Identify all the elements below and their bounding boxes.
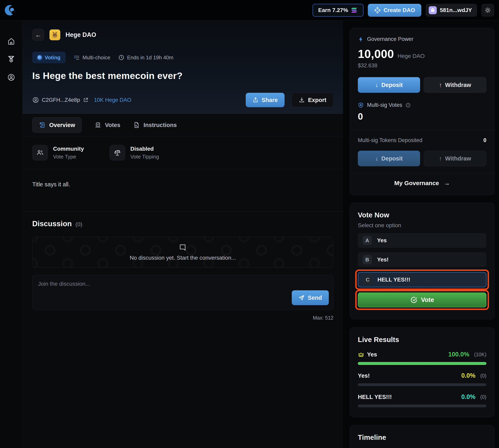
tab-votes[interactable]: Votes [94, 122, 120, 128]
tab-overview[interactable]: Overview [32, 117, 82, 133]
earn-button[interactable]: Earn 7.27% [312, 4, 363, 17]
external-link-icon[interactable] [83, 97, 89, 103]
right-sidebar: Governance Power 10,000 Hege DAO $32.638… [350, 20, 495, 448]
proposal-body: Title says it all. [23, 169, 343, 212]
option-key-chip: C [363, 275, 372, 284]
annotation-highlight-option: C HELL YES!!! [355, 270, 489, 290]
live-results-panel: Live Results Yes 100.0% (10K) Yes! 0.0% … [350, 327, 495, 417]
vote-option-c-selected[interactable]: C HELL YES!!! [358, 272, 486, 287]
diamonds-icon [374, 7, 381, 14]
wallet-button[interactable]: 581n...wdJY [426, 4, 477, 17]
option-key-chip: A [363, 236, 372, 245]
vote-option-a[interactable]: A Yes [358, 233, 486, 248]
arrow-left-icon: ← [35, 31, 41, 39]
dao-name[interactable]: Hege DAO [65, 31, 96, 38]
vote-now-panel: Vote Now Select one option A Yes B Yes! … [350, 203, 495, 319]
comment-icon [179, 243, 187, 252]
share-icon [252, 97, 259, 103]
medal-icon [7, 55, 15, 63]
crown-icon [358, 351, 364, 358]
scroll-icon [39, 122, 46, 128]
vote-button[interactable]: Vote [358, 292, 486, 307]
rewards-nav-button[interactable] [5, 53, 18, 66]
vote-tipping-meta: Disabled Vote Tipping [109, 145, 159, 160]
left-navigation-rail [0, 20, 23, 448]
create-dao-button[interactable]: Create DAO [368, 4, 421, 17]
theme-toggle-button[interactable] [481, 4, 494, 17]
multisig-tokens-value: 0 [483, 137, 486, 144]
discussion-count: (0) [76, 221, 82, 227]
arrow-up-icon: ↑ [439, 155, 442, 162]
earn-label: Earn 7.27% [318, 7, 348, 14]
tab-bar: Overview Votes Instructions [23, 114, 343, 136]
annotation-highlight-vote: Vote [355, 290, 489, 310]
result-bar [358, 362, 486, 365]
result-bar [358, 383, 486, 386]
export-button[interactable]: Export [292, 93, 333, 107]
home-nav-button[interactable] [5, 35, 18, 48]
deposit-button[interactable]: ↓ Deposit [358, 77, 420, 93]
governance-amount: 10,000 [358, 47, 394, 61]
tab-instructions[interactable]: Instructions [133, 122, 177, 128]
phantom-wallet-icon [429, 6, 437, 14]
scales-icon [113, 149, 121, 157]
discussion-input-box: Send [32, 275, 333, 310]
home-icon [7, 37, 15, 45]
vote-now-subheading: Select one option [358, 222, 486, 229]
vote-type-meta: Community Vote Type [32, 145, 84, 160]
clock-icon [118, 54, 124, 61]
max-chars-label: Max: 512 [32, 315, 333, 321]
result-row: Yes! 0.0% (0) [358, 372, 486, 386]
discussion-heading: Discussion [32, 220, 72, 228]
create-dao-label: Create DAO [384, 7, 415, 14]
my-governance-link[interactable]: My Governance → [350, 173, 494, 187]
solana-icon [351, 7, 358, 13]
ends-in: Ends in 1d 19h 40m [118, 54, 173, 61]
author-avatar-icon [32, 96, 39, 103]
multisig-withdraw-button[interactable]: ↑ Withdraw [424, 151, 486, 166]
multisig-votes-value: 0 [358, 111, 486, 122]
arrow-down-icon: ↓ [375, 82, 378, 88]
dao-avatar[interactable] [49, 30, 60, 40]
info-icon[interactable] [405, 103, 411, 108]
realms-logo-icon[interactable] [4, 5, 16, 16]
arrow-up-icon: ↑ [439, 82, 442, 88]
top-bar: Earn 7.27% Create DAO 581n...wdJY [0, 0, 499, 20]
timeline-panel: Timeline Created Oct 17, 2025, 4:02pm Vo… [350, 425, 495, 448]
profile-nav-button[interactable] [5, 71, 18, 84]
author-address[interactable]: C2GFH...Z4e8p [42, 97, 80, 103]
main-content: ← Hege DAO Voting [23, 20, 343, 448]
result-row: HELL YES!!! 0.0% (0) [358, 393, 486, 407]
discussion-empty-text: No discussion yet. Start the conversatio… [130, 255, 236, 261]
withdraw-button[interactable]: ↑ Withdraw [424, 77, 486, 93]
sun-icon [484, 7, 491, 14]
discussion-input[interactable] [32, 275, 333, 310]
lightning-icon [358, 36, 364, 42]
check-circle-icon [410, 296, 418, 304]
send-button[interactable]: Send [292, 290, 329, 305]
discussion-empty-state: No discussion yet. Start the conversatio… [32, 237, 333, 268]
result-bar [358, 404, 486, 407]
paper-plane-icon [298, 295, 305, 301]
wallet-address: 581n...wdJY [440, 7, 472, 14]
arrow-right-icon: → [444, 180, 450, 186]
shield-icon [358, 102, 364, 108]
governance-power-panel: Governance Power 10,000 Hege DAO $32.638… [350, 28, 495, 195]
ballot-icon [94, 122, 101, 128]
proposal-meta-row: Community Vote Type Disabled Vote Tippin… [23, 136, 343, 169]
status-dot-icon [37, 55, 42, 60]
governance-usd-value: $32.638 [358, 63, 486, 69]
option-key-chip: B [363, 255, 372, 264]
status-badge: Voting [32, 52, 66, 63]
share-button[interactable]: Share [246, 93, 285, 107]
back-button[interactable]: ← [32, 29, 44, 41]
proposal-description: Title says it all. [32, 181, 333, 188]
multisig-deposit-button[interactable]: ↓ Deposit [358, 151, 420, 166]
vote-now-heading: Vote Now [358, 211, 486, 219]
arrow-down-icon: ↓ [375, 155, 378, 162]
voter-weight-link[interactable]: 10K Hege DAO [94, 97, 131, 103]
download-icon [299, 97, 305, 103]
multisig-votes-label: Multi-sig Votes [367, 102, 402, 108]
vote-option-b[interactable]: B Yes! [358, 252, 486, 267]
governance-token: Hege DAO [397, 53, 424, 59]
